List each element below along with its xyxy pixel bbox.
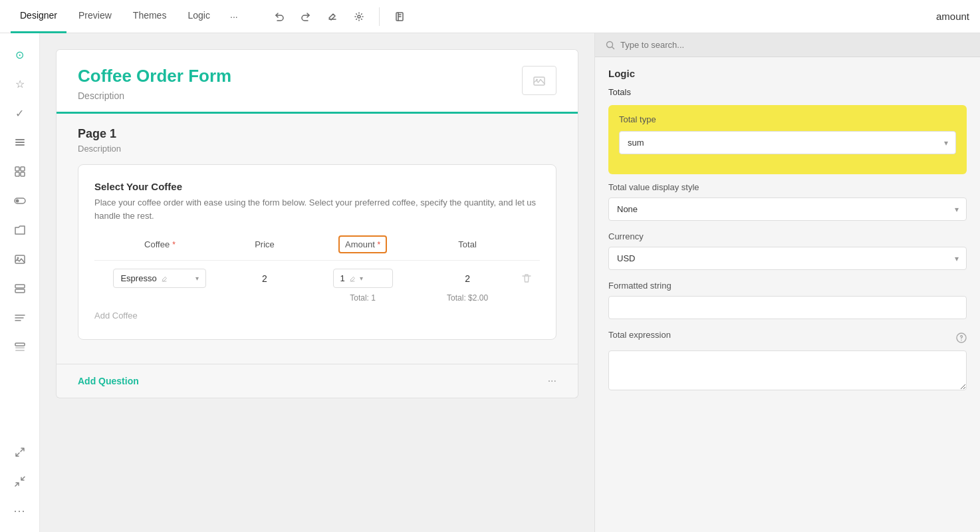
coffee-dropdown-arrow[interactable]: ▾ <box>195 275 199 282</box>
more-tabs-button[interactable]: ··· <box>222 5 246 29</box>
sidebar-icon-shrink[interactable] <box>7 468 33 495</box>
sidebar-icon-check[interactable]: ✓ <box>7 100 33 126</box>
svg-rect-4 <box>15 144 25 146</box>
sidebar-icon-layout[interactable] <box>7 275 33 302</box>
nav-divider <box>379 7 380 26</box>
main-layout: ⊙ ☆ ✓ ··· <box>0 33 980 532</box>
svg-rect-16 <box>15 347 25 348</box>
sidebar-icon-rows[interactable] <box>7 334 33 360</box>
currency-select[interactable]: USD EUR GBP JPY <box>608 247 967 270</box>
redo-button[interactable] <box>294 5 318 29</box>
page-section-description: Description <box>78 144 556 154</box>
page-section: Page 1 Description Select Your Coffee Pl… <box>56 114 578 364</box>
formatted-string-input[interactable] <box>608 296 967 319</box>
col-header-amount: Amount * <box>304 235 422 253</box>
display-style-select-wrap: None Currency Percentage <box>608 198 967 221</box>
coffee-select[interactable]: Espresso ▾ <box>113 269 206 288</box>
sidebar-icon-folder[interactable] <box>7 217 33 243</box>
total-type-select[interactable]: sum avg min max <box>619 131 956 154</box>
tab-designer[interactable]: Designer <box>11 0 66 33</box>
sidebar-icon-target[interactable]: ⊙ <box>7 41 33 68</box>
question-title: Select Your Coffee <box>94 181 540 192</box>
col-header-price: Price <box>225 235 304 253</box>
add-coffee-button[interactable]: Add Coffee <box>94 308 540 323</box>
coffee-select-value: Espresso <box>120 273 156 283</box>
amount-value: 1 <box>340 273 345 283</box>
total-type-select-wrap: sum avg min max <box>619 131 956 154</box>
undo-button[interactable] <box>267 5 291 29</box>
display-style-label: Total value display style <box>608 182 967 192</box>
logic-section-label: Logic <box>608 68 967 79</box>
search-input[interactable] <box>620 40 969 50</box>
svg-rect-14 <box>15 289 25 293</box>
svg-rect-13 <box>15 285 25 288</box>
sidebar-icon-more[interactable]: ··· <box>7 497 33 524</box>
amount-cell: 1 ▾ <box>304 269 422 288</box>
svg-point-19 <box>536 79 538 81</box>
form-title: Coffee Order Form <box>78 66 231 86</box>
sidebar-icon-image[interactable] <box>7 246 33 273</box>
svg-point-12 <box>17 257 19 259</box>
search-icon <box>606 41 615 50</box>
panel-section: Logic Totals Total type sum avg min max … <box>595 57 980 403</box>
tab-logic[interactable]: Logic <box>178 0 219 33</box>
svg-rect-2 <box>15 139 25 140</box>
sidebar-icon-text[interactable] <box>7 305 33 331</box>
currency-label: Currency <box>608 231 967 241</box>
sidebar-icon-expand[interactable] <box>7 439 33 466</box>
page-section-title: Page 1 <box>78 127 556 141</box>
book-button[interactable] <box>388 5 412 29</box>
sidebar-icon-list[interactable] <box>7 129 33 156</box>
delete-cell <box>513 273 540 285</box>
amount-total-summary: Total: 1 <box>304 293 422 303</box>
tab-themes[interactable]: Themes <box>124 0 176 33</box>
formatted-string-label: Formatted string <box>608 281 967 291</box>
canvas-area: Coffee Order Form Description Page 1 Des… <box>40 33 594 532</box>
eraser-button[interactable] <box>320 5 344 29</box>
form-header-description: Description <box>78 90 231 101</box>
totals-subsection-label: Totals <box>608 87 967 97</box>
settings-button[interactable] <box>347 5 371 29</box>
tab-preview[interactable]: Preview <box>69 0 121 33</box>
coffee-eraser-icon[interactable] <box>161 274 168 282</box>
table-row: Espresso ▾ 2 1 <box>94 269 540 288</box>
sidebar-icon-star[interactable]: ☆ <box>7 70 33 97</box>
svg-rect-15 <box>15 343 25 346</box>
total-expression-textarea[interactable] <box>608 350 967 390</box>
left-sidebar: ⊙ ☆ ✓ ··· <box>0 33 40 532</box>
delete-row-button[interactable] <box>521 273 532 285</box>
col-header-coffee: Coffee * <box>94 235 225 253</box>
svg-rect-7 <box>15 172 19 176</box>
question-card: Select Your Coffee Place your coffee ord… <box>78 164 556 340</box>
amount-input[interactable]: 1 ▾ <box>333 269 393 288</box>
sidebar-icon-toggle[interactable] <box>7 188 33 214</box>
amount-eraser-icon[interactable] <box>349 273 356 283</box>
table-header: Coffee * Price Amount * <box>94 235 540 261</box>
top-nav: Designer Preview Themes Logic ··· amount <box>0 0 980 33</box>
col-header-total: Total <box>422 235 513 253</box>
svg-point-10 <box>15 200 19 203</box>
totals-summary-row: Total: 1 Total: $2.00 <box>94 293 540 303</box>
question-description: Place your coffee order with ease using … <box>94 196 540 222</box>
svg-point-0 <box>358 15 360 18</box>
add-question-footer: Add Question ··· <box>56 364 578 398</box>
sidebar-icon-table[interactable] <box>7 158 33 185</box>
help-icon[interactable] <box>956 332 967 343</box>
image-upload-button[interactable] <box>522 66 556 95</box>
coffee-cell: Espresso ▾ <box>94 269 225 288</box>
svg-rect-6 <box>21 167 25 171</box>
svg-rect-3 <box>15 142 25 143</box>
more-options-button[interactable]: ··· <box>548 375 556 387</box>
svg-rect-17 <box>15 350 25 351</box>
coffee-table: Coffee * Price Amount * <box>94 235 540 303</box>
display-style-select[interactable]: None Currency Percentage <box>608 198 967 221</box>
right-panel: Logic Totals Total type sum avg min max … <box>594 33 980 532</box>
add-question-button[interactable]: Add Question <box>78 376 139 386</box>
total-type-highlight-box: Total type sum avg min max <box>608 105 967 174</box>
amount-required-star: * <box>377 240 380 249</box>
svg-rect-5 <box>15 167 19 171</box>
amount-cell-highlight: Amount * <box>338 235 387 253</box>
amount-arrow-icon[interactable]: ▾ <box>360 275 363 282</box>
form-header: Coffee Order Form Description <box>56 49 578 114</box>
total-cell: 2 <box>422 273 513 284</box>
